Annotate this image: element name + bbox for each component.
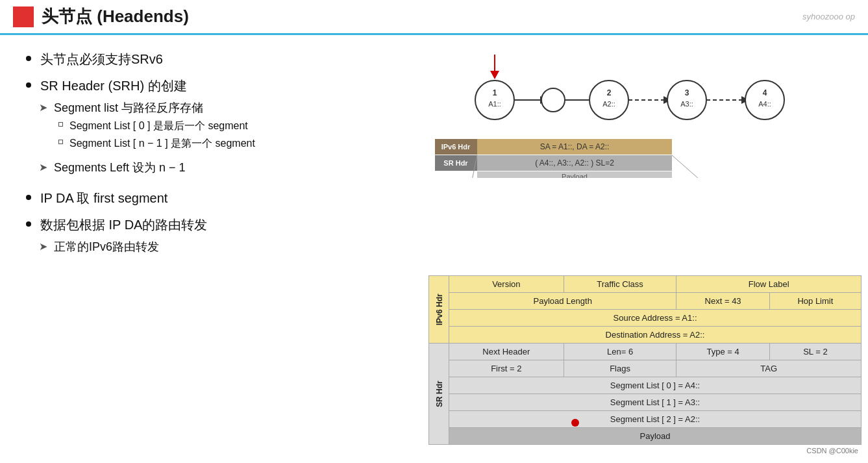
- svg-text:IPv6 Hdr: IPv6 Hdr: [441, 143, 471, 151]
- next-header-cell: Next Header: [449, 344, 564, 360]
- table-row: SR Hdr Next Header Len= 6 Type = 4 SL = …: [429, 344, 862, 360]
- table-row: Segment List [ 1 ] = A3::: [429, 394, 862, 411]
- watermark: syhoozooo op: [802, 12, 855, 21]
- header-icon: [13, 6, 34, 27]
- ipv6-hdr-label: IPv6 Hdr: [429, 276, 449, 344]
- sub-text: 正常的IPv6路由转发: [54, 239, 159, 255]
- table-row: Segment List [ 0 ] = A4::: [429, 377, 862, 394]
- table-row: Source Address = A1::: [429, 310, 862, 327]
- version-cell: Version: [449, 276, 564, 293]
- sub-sub-text: Segment List [ n − 1 ] 是第一个 segment: [69, 137, 255, 151]
- svg-line-34: [672, 155, 825, 178]
- left-panel: 头节点必须支持SRv6 SR Header (SRH) 的创建 ➤ Segmen…: [0, 35, 428, 458]
- list-item: IP DA 取 first segment: [26, 190, 409, 207]
- sub-sub-list: Segment List [ 0 ] 是最后一个 segment Segment…: [39, 119, 255, 155]
- diagram-svg: 1 A1:: 2 A2:: 3 A3:: [435, 48, 837, 178]
- sub-sub-item: Segment List [ n − 1 ] 是第一个 segment: [39, 137, 255, 151]
- csdn-watermark: CSDN @C00kie: [806, 447, 858, 455]
- main-content: 头节点必须支持SRv6 SR Header (SRH) 的创建 ➤ Segmen…: [0, 35, 868, 458]
- bullet-text: SR Header (SRH) 的创建: [40, 77, 187, 95]
- header-bar: 头节点 (Headends) syhoozooo op: [0, 0, 868, 35]
- svg-text:SA = A1::, DA = A2::: SA = A1::, DA = A2::: [540, 142, 610, 151]
- sub-list: ➤ Segment list 与路径反序存储 Segment List [ 0 …: [26, 100, 255, 181]
- bullet-list: 头节点必须支持SRv6 SR Header (SRH) 的创建 ➤ Segmen…: [26, 51, 409, 260]
- svg-text:4: 4: [763, 88, 767, 97]
- svg-text:A2::: A2::: [602, 100, 615, 108]
- table-row: Payload: [429, 428, 862, 445]
- svg-text:A3::: A3::: [680, 100, 693, 108]
- table-row: First = 2 Flags TAG: [429, 360, 862, 377]
- traffic-class-cell: Traffic Class: [564, 276, 676, 293]
- sub-sub-text: Segment List [ 0 ] 是最后一个 segment: [69, 119, 248, 133]
- sub-sub-item: Segment List [ 0 ] 是最后一个 segment: [39, 119, 255, 133]
- sub-item: ➤ Segment list 与路径反序存储 Segment List [ 0 …: [26, 100, 255, 155]
- sr-hdr-label: SR Hdr: [429, 344, 449, 445]
- detail-area: IPv6 Hdr Version Traffic Class Flow Labe…: [428, 275, 862, 445]
- svg-marker-1: [490, 71, 499, 79]
- flow-label-cell: Flow Label: [676, 276, 862, 293]
- payload-cell: Payload: [449, 428, 862, 445]
- svg-text:Payload: Payload: [562, 173, 588, 178]
- bullet-dot: [26, 82, 31, 88]
- payload-length-cell: Payload Length: [449, 293, 676, 310]
- arrow-icon: ➤: [39, 161, 47, 173]
- hop-limit-cell: Hop Limit: [769, 293, 861, 310]
- table-row: Destination Address = A2::: [429, 327, 862, 344]
- flags-cell: Flags: [564, 360, 676, 377]
- arrow-icon: ➤: [39, 240, 47, 253]
- svg-text:1: 1: [493, 88, 497, 97]
- network-diagram: 1 A1:: 2 A2:: 3 A3:: [435, 48, 862, 178]
- source-address-cell: Source Address = A1::: [449, 310, 862, 327]
- bullet-text: 数据包根据 IP DA的路由转发: [40, 216, 207, 234]
- first-cell: First = 2: [449, 360, 564, 377]
- bullet-text: IP DA 取 first segment: [40, 190, 409, 207]
- bullet-text: 头节点必须支持SRv6: [40, 51, 409, 68]
- sub-text: Segments Left 设为 n − 1: [54, 160, 186, 175]
- table-row: IPv6 Hdr Version Traffic Class Flow Labe…: [429, 276, 862, 293]
- arrow-icon: ➤: [39, 101, 47, 114]
- next-cell: Next = 43: [676, 293, 769, 310]
- dest-address-cell: Destination Address = A2::: [449, 327, 862, 344]
- detail-table: IPv6 Hdr Version Traffic Class Flow Labe…: [428, 275, 862, 445]
- seg0-cell: Segment List [ 0 ] = A4::: [449, 377, 862, 394]
- bullet-dot: [26, 221, 31, 227]
- right-panel: 1 A1:: 2 A2:: 3 A3:: [428, 35, 868, 458]
- sl-cell: SL = 2: [769, 344, 861, 360]
- svg-text:SR Hdr: SR Hdr: [443, 159, 468, 167]
- svg-point-7: [541, 88, 565, 112]
- sub-text: Segment list 与路径反序存储: [54, 100, 203, 116]
- seg1-cell: Segment List [ 1 ] = A3::: [449, 394, 862, 411]
- list-item: 数据包根据 IP DA的路由转发 ➤ 正常的IPv6路由转发: [26, 216, 409, 260]
- square-bullet: [58, 122, 63, 127]
- bullet-dot: [26, 195, 31, 200]
- sub-item: ➤ Segments Left 设为 n − 1: [26, 160, 255, 175]
- list-item: 头节点必须支持SRv6: [26, 51, 409, 68]
- sub-item: ➤ 正常的IPv6路由转发: [26, 239, 159, 255]
- seg2-cell: Segment List [ 2 ] = A2::: [449, 411, 862, 428]
- bullet-dot: [26, 56, 31, 61]
- len-cell: Len= 6: [564, 344, 676, 360]
- list-item: SR Header (SRH) 的创建 ➤ Segment list 与路径反序…: [26, 77, 409, 181]
- svg-text:( A4::, A3::, A2:: ) SL=2: ( A4::, A3::, A2:: ) SL=2: [535, 158, 614, 168]
- svg-text:A1::: A1::: [488, 100, 501, 108]
- svg-text:2: 2: [607, 88, 612, 97]
- table-row: Payload Length Next = 43 Hop Limit: [429, 293, 862, 310]
- table-row: Segment List [ 2 ] = A2::: [429, 411, 862, 428]
- square-bullet: [58, 140, 63, 144]
- type-cell: Type = 4: [676, 344, 769, 360]
- svg-text:3: 3: [685, 88, 689, 97]
- tag-cell: TAG: [676, 360, 862, 377]
- svg-text:A4::: A4::: [758, 100, 771, 108]
- page-title: 头节点 (Headends): [42, 5, 189, 28]
- red-dot: [571, 419, 579, 427]
- sub-list: ➤ 正常的IPv6路由转发: [26, 239, 159, 260]
